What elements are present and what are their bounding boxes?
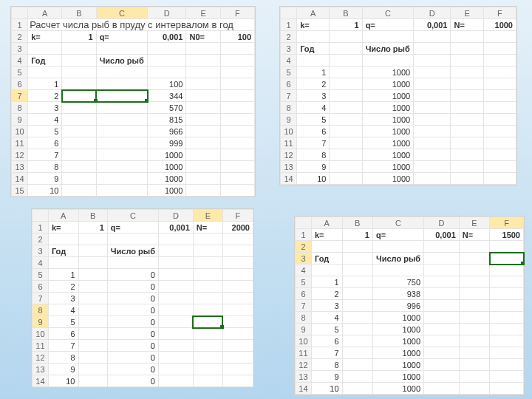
col-B[interactable]: B xyxy=(62,7,96,19)
cell[interactable]: 1000 xyxy=(148,149,186,161)
row-13[interactable]: 13 xyxy=(12,161,28,173)
col-E[interactable]: E xyxy=(193,210,222,222)
row-2[interactable]: 2 xyxy=(12,31,28,43)
cell[interactable]: 1 xyxy=(342,229,372,241)
cell[interactable]: k= xyxy=(311,229,342,241)
row-14[interactable]: 14 xyxy=(281,173,297,185)
row-3[interactable]: 3 xyxy=(296,253,312,265)
cell[interactable]: 0 xyxy=(107,340,158,352)
col-C[interactable]: C xyxy=(107,210,158,222)
cell[interactable]: 0 xyxy=(107,269,158,281)
row-2[interactable]: 2 xyxy=(33,233,49,245)
cell[interactable]: 1000 xyxy=(362,149,414,161)
row-5[interactable]: 5 xyxy=(281,66,297,78)
cell[interactable]: k= xyxy=(28,31,62,43)
sheet-bottomright[interactable]: A B C D E F 1 k= 1 q= 0,001 N= 1500 2 3 … xyxy=(294,216,525,395)
grid[interactable]: A B C D E F 1 k= 1 q= 0,001 N= 2000 2 3 … xyxy=(32,209,253,387)
cell[interactable]: 1000 xyxy=(372,312,423,324)
cell[interactable]: 4 xyxy=(48,304,78,316)
cell[interactable]: 1 xyxy=(330,19,362,31)
col-D[interactable]: D xyxy=(414,7,451,19)
cell[interactable]: 0 xyxy=(107,281,158,293)
col-F[interactable]: F xyxy=(483,7,516,19)
cell[interactable]: 7 xyxy=(297,137,330,149)
cell[interactable]: 1 xyxy=(48,269,78,281)
cell[interactable]: 1000 xyxy=(372,359,423,371)
row-5[interactable]: 5 xyxy=(33,269,49,281)
cell[interactable]: 0 xyxy=(107,352,158,364)
cell[interactable]: 2 xyxy=(28,90,62,102)
col-A[interactable]: A xyxy=(311,217,342,229)
row-12[interactable]: 12 xyxy=(33,352,49,364)
cell[interactable]: 1000 xyxy=(362,78,414,90)
cell[interactable]: 100 xyxy=(220,31,254,43)
row-12[interactable]: 12 xyxy=(296,359,312,371)
row-7[interactable]: 7 xyxy=(281,90,297,102)
row-9[interactable]: 9 xyxy=(296,324,312,335)
cell[interactable]: 0 xyxy=(107,293,158,304)
cell[interactable]: 8 xyxy=(311,359,342,371)
cell[interactable]: 4 xyxy=(28,114,62,126)
row-15[interactable]: 15 xyxy=(12,185,28,197)
row-12[interactable]: 12 xyxy=(12,149,28,161)
row-13[interactable]: 13 xyxy=(33,364,49,375)
cell[interactable]: 815 xyxy=(148,114,186,126)
cell[interactable]: 1000 xyxy=(362,126,414,137)
cell[interactable]: 1000 xyxy=(362,114,414,126)
cell[interactable]: 0 xyxy=(107,364,158,375)
cell[interactable]: 0,001 xyxy=(424,229,460,241)
col-D[interactable]: D xyxy=(148,7,186,19)
cell[interactable]: 1000 xyxy=(362,161,414,173)
row-14[interactable]: 14 xyxy=(33,375,49,387)
cell[interactable]: 7 xyxy=(28,149,62,161)
row-11[interactable]: 11 xyxy=(281,137,297,149)
cell[interactable]: 999 xyxy=(148,137,186,149)
cell[interactable]: N0= xyxy=(186,31,220,43)
col-B[interactable]: B xyxy=(342,217,372,229)
row-9[interactable]: 9 xyxy=(33,316,49,328)
row-14[interactable]: 14 xyxy=(296,383,312,395)
col-D[interactable]: D xyxy=(424,217,460,229)
row-3[interactable]: 3 xyxy=(33,245,49,257)
cell[interactable]: 1000 xyxy=(372,324,423,335)
cell[interactable]: 3 xyxy=(311,300,342,312)
cell[interactable]: 0,001 xyxy=(148,31,186,43)
cell[interactable]: 4 xyxy=(311,312,342,324)
cell[interactable]: 5 xyxy=(28,126,62,137)
cell[interactable]: 7 xyxy=(311,347,342,359)
cell[interactable]: 1 xyxy=(28,78,62,90)
col-E[interactable]: E xyxy=(459,217,490,229)
cell[interactable]: 1000 xyxy=(362,137,414,149)
cell[interactable]: 100 xyxy=(148,78,186,90)
col-C[interactable]: C xyxy=(362,7,414,19)
cell[interactable]: q= xyxy=(372,229,423,241)
row-3[interactable]: 3 xyxy=(281,43,297,55)
cell[interactable]: 10 xyxy=(48,375,78,387)
row-5[interactable]: 5 xyxy=(12,66,28,78)
row-1[interactable]: 1 xyxy=(12,19,28,31)
cell[interactable]: 1 xyxy=(62,31,96,43)
cell[interactable]: 1000 xyxy=(362,102,414,114)
col-A[interactable]: A xyxy=(48,210,78,222)
cell[interactable]: 3 xyxy=(48,293,78,304)
cell[interactable]: 8 xyxy=(28,161,62,173)
col-F[interactable]: F xyxy=(490,217,524,229)
sheet-bottomleft[interactable]: A B C D E F 1 k= 1 q= 0,001 N= 2000 2 3 … xyxy=(31,208,254,388)
cell[interactable]: 1000 xyxy=(483,19,516,31)
col-F[interactable]: F xyxy=(222,210,253,222)
cell[interactable]: 6 xyxy=(48,328,78,340)
cell[interactable]: 750 xyxy=(372,276,423,288)
sheet-topleft[interactable]: A B C D E F 1Расчет числа рыб в пруду с … xyxy=(10,6,256,197)
row-1[interactable]: 1 xyxy=(33,222,49,233)
selection[interactable] xyxy=(62,90,96,102)
row-7[interactable]: 7 xyxy=(296,300,312,312)
cell[interactable]: 9 xyxy=(311,371,342,383)
corner[interactable] xyxy=(33,210,49,222)
cell[interactable]: 0 xyxy=(107,304,158,316)
cell[interactable]: 6 xyxy=(297,126,330,137)
row-11[interactable]: 11 xyxy=(33,340,49,352)
cell[interactable]: 9 xyxy=(297,161,330,173)
cell[interactable]: 570 xyxy=(148,102,186,114)
cell[interactable]: 0,001 xyxy=(158,222,193,233)
col-E[interactable]: E xyxy=(451,7,483,19)
